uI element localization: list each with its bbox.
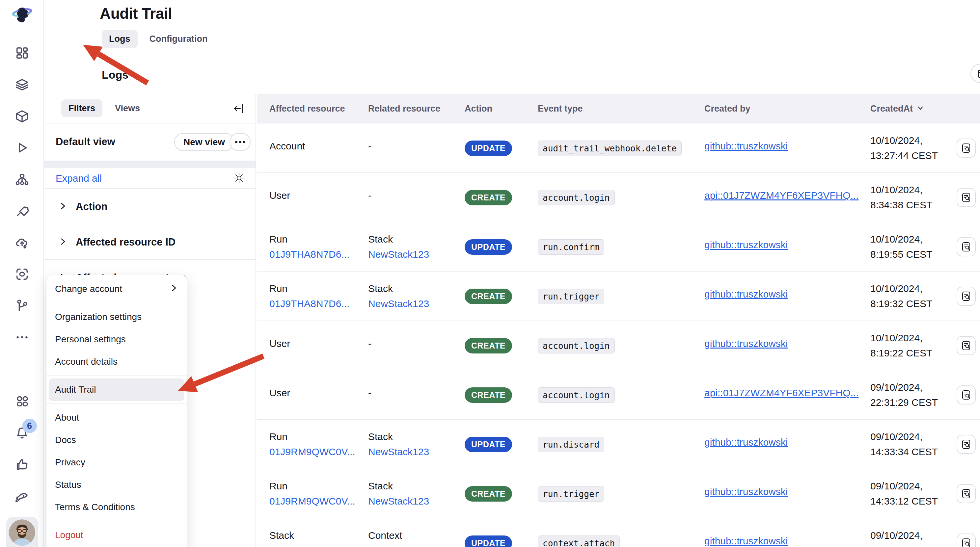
- view-log-details-button[interactable]: [957, 484, 976, 503]
- sidebar-item-play[interactable]: [12, 138, 32, 158]
- tab-configuration[interactable]: Configuration: [142, 30, 215, 48]
- log-search-icon: [961, 143, 971, 153]
- ellipsis-icon: [14, 330, 30, 345]
- view-log-details-button[interactable]: [957, 534, 976, 547]
- related-resource-cell: -: [368, 141, 371, 152]
- sidebar-item-grid-dashboard[interactable]: [12, 43, 32, 63]
- sidebar-item-ellipsis[interactable]: [12, 327, 32, 347]
- filter-section-label: Action: [76, 201, 107, 212]
- audit-trail-page: 6 Audit Trail Logs Configuration Logs: [0, 0, 980, 547]
- menu-item-personal-settings[interactable]: Personal settings: [46, 328, 187, 350]
- table-row: User - CREATE account.login api::01J7ZWZ…: [257, 173, 980, 222]
- col-created-at[interactable]: CreatedAt: [870, 94, 924, 124]
- view-more-options-button[interactable]: [229, 133, 251, 151]
- created-by-link: github::truszkowski: [705, 289, 788, 300]
- log-search-icon: [961, 488, 971, 499]
- view-log-details-button[interactable]: [957, 336, 976, 355]
- view-log-details-button[interactable]: [957, 435, 976, 454]
- logs-section-bar: Logs 14 days: [44, 56, 980, 94]
- cloud-sync-icon: [14, 235, 30, 250]
- sidebar-item-git-branch[interactable]: [12, 296, 32, 316]
- sidebar-item-bell[interactable]: 6: [12, 423, 32, 443]
- menu-item-label: Change account: [55, 284, 122, 294]
- gear-icon[interactable]: [233, 172, 245, 184]
- view-log-details-button[interactable]: [957, 188, 976, 207]
- tab-filters[interactable]: Filters: [61, 99, 102, 117]
- view-log-details-button[interactable]: [957, 139, 976, 158]
- table-row: User - CREATE account.login api::01J7ZWZ…: [257, 370, 980, 420]
- user-avatar[interactable]: [6, 517, 38, 547]
- related-resource-cell: StackNewStack123: [368, 429, 429, 460]
- page-tabs: Logs Configuration: [102, 30, 215, 48]
- view-log-details-button[interactable]: [957, 287, 976, 306]
- sidebar-item-rocket[interactable]: [12, 486, 32, 506]
- menu-item-terms-conditions[interactable]: Terms & Conditions: [46, 496, 187, 518]
- action-badge: UPDATE: [465, 437, 512, 452]
- menu-item-logout[interactable]: Logout: [46, 524, 187, 546]
- sidebar: 6: [0, 0, 44, 547]
- expand-all-link[interactable]: Expand all: [56, 173, 102, 184]
- affected-resource-cell: User: [269, 338, 290, 349]
- menu-item-audit-trail[interactable]: Audit Trail: [49, 379, 184, 401]
- hierarchy-icon: [14, 172, 30, 187]
- event-type-chip: context.attach: [538, 536, 620, 547]
- filter-section-action[interactable]: Action: [44, 189, 256, 224]
- avatar-photo: [9, 519, 35, 546]
- log-search-icon: [961, 538, 971, 547]
- date-range-button[interactable]: 14 days: [970, 64, 980, 83]
- log-search-icon: [961, 340, 971, 351]
- event-type-chip: account.login: [538, 387, 615, 403]
- sidebar-item-cube[interactable]: [12, 106, 32, 126]
- tab-views[interactable]: Views: [108, 99, 147, 117]
- menu-item-label: Organization settings: [55, 312, 142, 322]
- affected-resource-cell: User: [269, 190, 290, 201]
- sidebar-item-layers[interactable]: [12, 75, 32, 95]
- chevron-right-icon: [170, 284, 178, 295]
- sidebar-item-focus-scan[interactable]: [12, 264, 32, 284]
- sidebar-item-plane[interactable]: [12, 201, 32, 221]
- view-name: Default view: [56, 136, 115, 148]
- sidebar-item-thumbs-up[interactable]: [12, 454, 32, 475]
- menu-item-change-account[interactable]: Change account: [46, 278, 187, 300]
- related-resource-cell: -: [368, 387, 371, 399]
- menu-item-docs[interactable]: Docs: [46, 429, 187, 451]
- rocket-icon: [14, 488, 30, 504]
- affected-resource-cell: Run01J9THA8N7D6...: [269, 232, 349, 262]
- table-row: Account - UPDATE audit_trail_webhook.del…: [257, 124, 980, 173]
- collapse-panel-icon[interactable]: [232, 102, 245, 115]
- view-log-details-button[interactable]: [957, 385, 976, 404]
- created-at: 09/10/2024,14:33:05 CEST: [870, 528, 938, 547]
- menu-item-label: Audit Trail: [55, 384, 96, 395]
- sidebar-item-four-circles[interactable]: [12, 391, 32, 411]
- menu-item-label: Account details: [55, 357, 118, 367]
- menu-item-privacy[interactable]: Privacy: [46, 451, 187, 474]
- audit-logs-table: Affected resource Related resource Actio…: [257, 94, 980, 547]
- four-circles-icon: [14, 394, 30, 409]
- new-view-button[interactable]: New view: [174, 133, 234, 151]
- related-resource-cell: StackNewStack123: [368, 232, 429, 262]
- table-row: Run01J9THA8N7D6... StackNewStack123 CREA…: [257, 271, 980, 321]
- play-icon: [14, 140, 30, 155]
- menu-item-label: Status: [55, 480, 81, 490]
- filters-panel-header: Filters Views: [44, 94, 256, 124]
- menu-item-about[interactable]: About: [46, 406, 187, 429]
- menu-item-organization-settings[interactable]: Organization settings: [46, 306, 187, 328]
- action-badge: CREATE: [465, 387, 512, 403]
- view-row: Default view New view: [44, 124, 256, 161]
- spacelift-logo-icon[interactable]: [11, 5, 33, 27]
- notification-count-badge: 6: [22, 419, 37, 433]
- filter-section-affected-resource-id[interactable]: Affected resource ID: [44, 224, 256, 260]
- grid-dashboard-icon: [14, 45, 30, 60]
- sidebar-item-hierarchy[interactable]: [12, 169, 32, 190]
- event-type-chip: run.discard: [538, 437, 604, 452]
- table-row: User - CREATE account.login github::trus…: [257, 321, 980, 370]
- log-search-icon: [961, 242, 971, 252]
- plane-icon: [14, 203, 30, 219]
- chevron-right-icon: [59, 237, 67, 246]
- menu-item-account-details[interactable]: Account details: [46, 350, 187, 373]
- menu-item-status[interactable]: Status: [46, 474, 187, 496]
- sidebar-item-cloud-sync[interactable]: [12, 232, 32, 253]
- tab-logs[interactable]: Logs: [102, 30, 138, 48]
- filter-section-label: Affected resource ID: [76, 236, 175, 248]
- view-log-details-button[interactable]: [957, 237, 976, 256]
